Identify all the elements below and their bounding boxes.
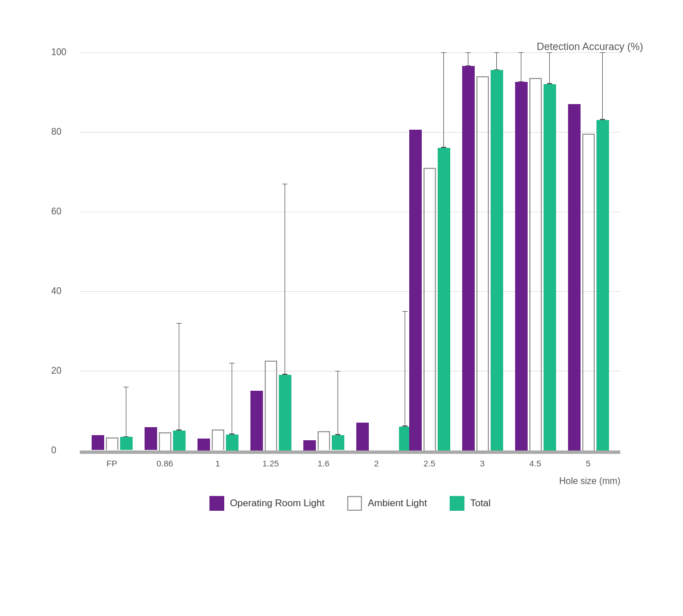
x-tick-label-group-5: 2 <box>374 458 378 468</box>
bar-al-group-4 <box>318 431 330 450</box>
y-axis-label: Detection Accuracy (%) <box>537 41 643 53</box>
legend-label-total: Total <box>470 498 491 509</box>
bar-or-group-0 <box>92 435 104 450</box>
chart-container: Detection Accuracy (%) 020406080100Hole … <box>28 30 655 587</box>
legend-item-or: Operating Room Light <box>209 496 324 511</box>
x-tick-label-group-3: 1.25 <box>262 458 279 468</box>
legend-item-al: Ambient Light <box>347 496 427 511</box>
bar-al-group-1 <box>159 432 171 450</box>
x-tick-label-group-2: 1 <box>215 458 220 468</box>
bar-or-group-1 <box>145 427 157 450</box>
legend-label-al: Ambient Light <box>368 498 427 509</box>
x-tick-label-group-1: 0.86 <box>157 458 173 468</box>
error-bar-total-group-4 <box>338 371 339 435</box>
bar-al-group-7 <box>476 76 489 450</box>
bar-total-group-2 <box>226 435 238 450</box>
error-bar-total-group-3 <box>285 184 286 375</box>
bar-or-group-8 <box>515 82 528 450</box>
legend: Operating Room Light Ambient Light Total <box>80 496 620 511</box>
bar-or-group-3 <box>250 391 263 450</box>
bar-al-group-0 <box>106 437 118 450</box>
x-tick-label-group-7: 3 <box>480 458 484 468</box>
bar-or-group-7 <box>462 66 475 450</box>
bar-total-group-6 <box>438 148 450 450</box>
legend-swatch-al <box>347 496 362 511</box>
y-tick-label: 20 <box>51 366 61 376</box>
bar-or-group-5 <box>356 423 369 450</box>
bar-total-group-1 <box>173 431 186 450</box>
legend-swatch-or <box>209 496 224 511</box>
x-tick-label-group-6: 2.5 <box>423 458 435 468</box>
error-bar-total-group-6 <box>443 52 445 148</box>
x-tick-label-group-4: 1.6 <box>318 458 330 468</box>
error-bar-total-group-5 <box>405 311 406 427</box>
error-bar-total-group-9 <box>602 52 603 120</box>
bar-al-group-2 <box>212 429 224 450</box>
x-tick-label-group-8: 4.5 <box>529 458 541 468</box>
baseline <box>80 450 620 454</box>
grid-line <box>80 52 620 53</box>
bar-or-group-6 <box>409 130 422 450</box>
bar-total-group-3 <box>279 375 291 450</box>
legend-label-or: Operating Room Light <box>230 498 324 509</box>
bar-total-group-8 <box>544 84 556 450</box>
bar-or-group-9 <box>568 104 581 450</box>
chart-area: 020406080100Hole size (mm)FP0.8611.251.6… <box>80 52 620 450</box>
bar-al-group-8 <box>529 78 542 450</box>
bar-al-group-9 <box>582 134 595 450</box>
error-bar-total-group-8 <box>549 52 550 84</box>
legend-item-total: Total <box>450 496 491 511</box>
y-tick-label: 0 <box>51 445 56 456</box>
y-tick-label: 40 <box>51 286 61 296</box>
bar-or-group-4 <box>303 440 316 450</box>
error-bar-total-group-0 <box>126 387 127 437</box>
error-bar-or-group-7 <box>468 52 469 67</box>
x-axis-label: Hole size (mm) <box>559 476 620 487</box>
error-bar-total-group-7 <box>496 52 497 71</box>
error-bar-total-group-2 <box>232 363 233 435</box>
bar-al-group-6 <box>423 168 436 450</box>
bar-total-group-7 <box>491 70 503 450</box>
bar-or-group-2 <box>198 439 210 450</box>
legend-swatch-total <box>450 496 464 511</box>
y-tick-label: 60 <box>51 206 61 217</box>
y-tick-label: 80 <box>51 127 61 137</box>
error-bar-or-group-8 <box>521 52 522 82</box>
error-bar-total-group-1 <box>179 323 180 431</box>
y-tick-label: 100 <box>51 47 67 57</box>
x-tick-label-group-0: FP <box>106 458 117 468</box>
bar-al-group-3 <box>265 361 277 450</box>
bar-total-group-0 <box>120 437 133 450</box>
x-tick-label-group-9: 5 <box>586 458 590 468</box>
bar-total-group-4 <box>332 435 344 450</box>
bar-total-group-9 <box>596 120 609 450</box>
